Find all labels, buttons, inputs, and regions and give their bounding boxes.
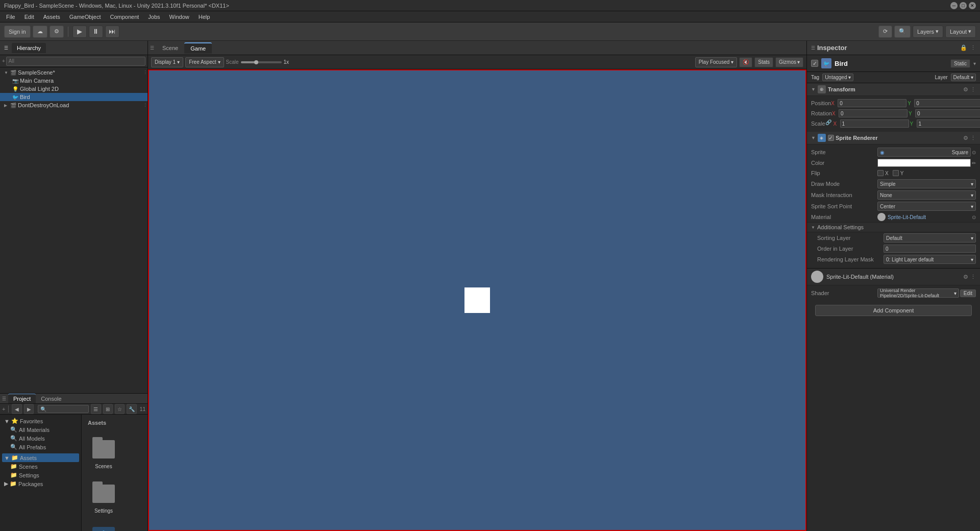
transform-settings-icon[interactable]: ⚙: [963, 86, 968, 93]
project-back-btn[interactable]: ◀: [12, 404, 21, 414]
cloud-button[interactable]: ☁: [33, 26, 47, 38]
rot-y-input[interactable]: [915, 109, 980, 117]
static-button[interactable]: Static: [950, 59, 970, 68]
project-icon-btn3[interactable]: ☆: [115, 404, 125, 414]
color-eyedropper-icon[interactable]: ✏: [972, 160, 976, 166]
material-component-more-icon[interactable]: ⋮: [970, 274, 976, 280]
project-search-input[interactable]: [38, 405, 89, 413]
scale-slider[interactable]: [241, 61, 282, 63]
pos-y-input[interactable]: [914, 99, 980, 107]
hierarchy-item-samplescene[interactable]: ▼ 🎬 SampleScene* ⋮: [0, 68, 148, 77]
rot-x-input[interactable]: [839, 109, 908, 117]
sprite-renderer-settings-icon[interactable]: ⚙: [963, 135, 968, 141]
scene-tab[interactable]: Scene: [156, 43, 184, 53]
minimize-button[interactable]: ─: [950, 2, 958, 9]
sprite-sort-point-dropdown[interactable]: Center ▾: [877, 202, 976, 211]
hierarchy-item-globallight[interactable]: 💡 Global Light 2D: [0, 85, 148, 93]
object-name[interactable]: Bird: [835, 60, 947, 67]
hierarchy-item-menu-2[interactable]: ⋮: [143, 103, 148, 108]
sprite-renderer-header[interactable]: ▼ ◈ ✓ Sprite Renderer ⚙ ⋮: [807, 132, 980, 144]
material-select-icon[interactable]: ⊙: [972, 214, 976, 220]
material-component-settings-icon[interactable]: ⚙: [963, 274, 968, 280]
layer-dropdown[interactable]: Default ▾: [951, 74, 976, 81]
add-icon[interactable]: +: [2, 406, 5, 412]
inspector-lock-icon[interactable]: 🔒: [960, 44, 967, 51]
scale-lock-icon[interactable]: 🔗: [825, 119, 831, 128]
play-focused-dropdown[interactable]: Play Focused ▾: [695, 57, 738, 67]
mute-button[interactable]: 🔇: [739, 57, 752, 67]
menu-help[interactable]: Help: [194, 13, 214, 21]
sidebar-all-prefabs[interactable]: 🔍 All Prefabs: [2, 443, 79, 451]
sidebar-scenes[interactable]: 📁 Scenes: [2, 462, 79, 471]
flip-y-checkbox[interactable]: Y: [893, 170, 904, 176]
menu-assets[interactable]: Assets: [39, 13, 64, 21]
sidebar-settings[interactable]: 📁 Settings: [2, 471, 79, 479]
console-tab[interactable]: Console: [36, 394, 66, 403]
history-button[interactable]: ⟳: [878, 26, 892, 38]
pause-button[interactable]: ⏸: [89, 26, 103, 38]
draw-mode-dropdown[interactable]: Simple ▾: [877, 179, 976, 188]
rendering-layer-mask-dropdown[interactable]: 0: Light Layer default ▾: [884, 255, 976, 264]
color-swatch[interactable]: [877, 159, 971, 167]
play-button[interactable]: ▶: [72, 26, 87, 38]
close-button[interactable]: ✕: [969, 2, 976, 9]
asset-universal[interactable]: {} UniversalR...: [86, 524, 121, 531]
sprite-renderer-more-icon[interactable]: ⋮: [970, 135, 976, 141]
sign-in-button[interactable]: Sign in: [4, 26, 31, 38]
display-dropdown[interactable]: Display 1 ▾: [151, 57, 183, 67]
scale-y-input[interactable]: [917, 119, 980, 128]
hierarchy-add-icon[interactable]: +: [2, 58, 5, 64]
project-icon-btn1[interactable]: ☰: [91, 404, 101, 414]
menu-window[interactable]: Window: [165, 13, 193, 21]
gizmos-button[interactable]: Gizmos ▾: [775, 57, 803, 67]
inspector-more-icon[interactable]: ⋮: [970, 44, 976, 51]
menu-component[interactable]: Component: [106, 13, 143, 21]
layout-dropdown[interactable]: Layout ▾: [945, 26, 976, 38]
step-button[interactable]: ⏭: [105, 26, 119, 38]
sprite-renderer-checkbox[interactable]: ✓: [828, 135, 834, 141]
project-icon-btn4[interactable]: 🔧: [127, 404, 136, 414]
favorites-header[interactable]: ▼ ⭐ Favorites: [2, 417, 79, 425]
material-component-header[interactable]: Sprite-Lit-Default (Material) ⚙ ⋮: [807, 268, 980, 285]
menu-gameobject[interactable]: GameObject: [65, 13, 105, 21]
hierarchy-item-dontdestroy[interactable]: ▶ 🎬 DontDestroyOnLoad ⋮: [0, 101, 148, 109]
order-in-layer-input[interactable]: [884, 245, 976, 253]
hierarchy-search-input[interactable]: [6, 57, 145, 66]
shader-dropdown[interactable]: Universal Render Pipeline/2D/Sprite-Lit-…: [877, 288, 959, 298]
maximize-button[interactable]: □: [960, 2, 967, 9]
hierarchy-item-bird[interactable]: 🐦 Bird: [0, 93, 148, 101]
sidebar-packages[interactable]: ▶ 📁 Packages: [2, 479, 79, 488]
sorting-layer-dropdown[interactable]: Default ▾: [884, 233, 976, 243]
pos-x-input[interactable]: [838, 99, 906, 107]
object-active-checkbox[interactable]: ✓: [811, 60, 818, 67]
project-icon-btn2[interactable]: ⊞: [103, 404, 113, 414]
menu-jobs[interactable]: Jobs: [144, 13, 164, 21]
sidebar-all-materials[interactable]: 🔍 All Materials: [2, 425, 79, 434]
layers-dropdown[interactable]: Layers ▾: [913, 26, 943, 38]
transform-header[interactable]: ▼ ⊕ Transform ⚙ ⋮: [807, 83, 980, 96]
collab-button[interactable]: ⚙: [50, 26, 64, 38]
hierarchy-item-menu[interactable]: ⋮: [143, 70, 148, 75]
game-tab[interactable]: Game: [184, 42, 212, 54]
mask-interaction-dropdown[interactable]: None ▾: [877, 190, 976, 200]
project-tab[interactable]: Project: [8, 394, 36, 403]
menu-edit[interactable]: Edit: [20, 13, 38, 21]
project-forward-btn[interactable]: ▶: [24, 404, 34, 414]
scale-slider-thumb[interactable]: [254, 60, 258, 64]
sidebar-all-models[interactable]: 🔍 All Models: [2, 434, 79, 443]
additional-settings-header[interactable]: ▼ Additional Settings: [807, 222, 980, 232]
hierarchy-item-maincamera[interactable]: 📷 Main Camera: [0, 77, 148, 85]
transform-more-icon[interactable]: ⋮: [970, 86, 976, 93]
assets-header[interactable]: ▼ 📁 Assets: [2, 453, 79, 462]
menu-file[interactable]: File: [2, 13, 19, 21]
flip-x-checkbox[interactable]: X: [877, 170, 889, 176]
sprite-select-icon[interactable]: ⊙: [972, 150, 976, 155]
search-button[interactable]: 🔍: [894, 26, 911, 38]
asset-settings[interactable]: Settings: [86, 479, 121, 516]
static-arrow-icon[interactable]: ▾: [973, 61, 976, 66]
sprite-dropdown[interactable]: ◉ Square: [877, 148, 971, 157]
asset-scenes[interactable]: Scenes: [86, 435, 121, 471]
scale-x-input[interactable]: [840, 119, 909, 128]
aspect-dropdown[interactable]: Free Aspect ▾: [185, 57, 224, 67]
stats-button[interactable]: Stats: [754, 57, 773, 67]
